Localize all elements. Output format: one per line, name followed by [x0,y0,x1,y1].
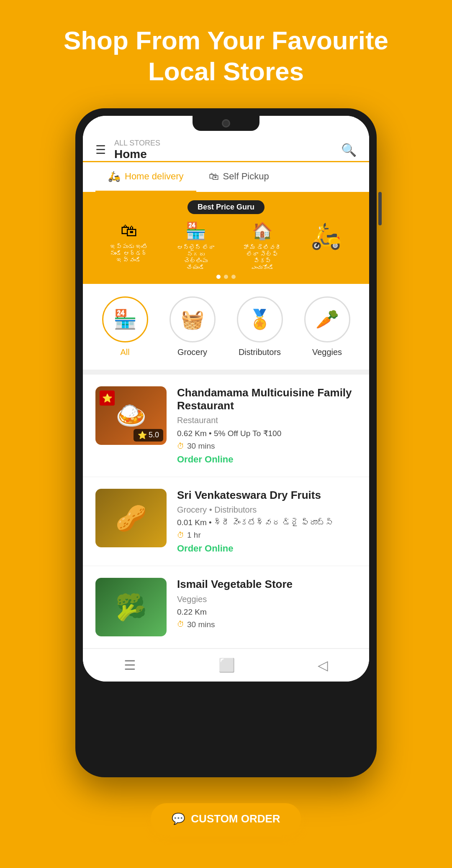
store-time-1: ⏱ 30 mins [177,442,357,451]
phone-screen: ☰ ALL STORES Home 🔍 🛵 Home delivery 🛍 Se… [83,116,369,682]
custom-order-label: CUSTOM ORDER [191,812,280,825]
store-type-1: Restaurant [177,416,357,425]
rating-value-1: 5.0 [149,431,159,439]
custom-order-button[interactable]: 💬 CUSTOM ORDER [151,803,301,835]
store-list: 🍛 ⭐ ⭐ 5.0 Chandamama Multicuisine Family… [83,375,369,649]
category-veggies-circle: 🥕 [304,296,350,342]
phone-frame: ☰ ALL STORES Home 🔍 🛵 Home delivery 🛍 Se… [75,108,377,777]
tab-self-pickup[interactable]: 🛍 Self Pickup [196,162,282,192]
self-pickup-label: Self Pickup [223,171,269,182]
categories-row: 🏪 All 🧺 Grocery 🏅 Distributors 🥕 Veggies [83,284,369,370]
store-name-1: Chandamama Multicuisine Family Restauran… [177,386,357,412]
home-delivery-label: Home delivery [125,171,184,182]
tab-home-delivery[interactable]: 🛵 Home delivery [95,162,196,192]
store-card-2[interactable]: 🥜 Sri Venkateswara Dry Fruits Grocery • … [83,477,369,566]
phone-camera [222,119,230,128]
phone-side-button [378,192,382,225]
custom-order-icon: 💬 [172,812,185,825]
clock-icon-3: ⏱ [177,620,185,629]
home-delivery-icon: 🛵 [108,171,121,182]
dot-3 [231,275,236,279]
store-image-2: 🥜 [95,489,167,547]
store-name-3: Ismail Vegetable Store [177,578,357,591]
search-icon[interactable]: 🔍 [341,143,357,157]
banner-brand: Best Price Guru [187,200,265,214]
banner-step-3: 🏠 హోమ్ డెలివరీ లేదా సెల్ఫ్ పికప్ ఎంచుకోం… [244,221,281,271]
time-value-1: 30 mins [187,442,215,451]
promo-banner: Best Price Guru 🛍 ఇప్పుడు ఇంటి నుండి ఆర్… [83,192,369,284]
category-veggies-label: Veggies [312,347,342,357]
store-time-3: ⏱ 30 mins [177,620,357,629]
time-value-2: 1 hr [187,531,201,540]
home-label: Home [114,148,160,161]
store-info-3: Ismail Vegetable Store Veggies 0.22 Km ⏱… [177,578,357,636]
star-icon-1: ⭐ [138,431,147,440]
banner-step-scooter: 🛵 [311,221,342,251]
store-image-1: 🍛 ⭐ ⭐ 5.0 [95,386,167,445]
clock-icon-1: ⏱ [177,442,185,451]
store-time-2: ⏱ 1 hr [177,531,357,540]
store-action-2[interactable]: Order Online [177,543,357,554]
phone-notch [193,116,259,131]
store-img-bg-3: 🥦 [95,578,167,636]
header-title-block: ALL STORES Home [114,139,160,161]
category-distributors-label: Distributors [239,347,281,357]
category-grocery[interactable]: 🧺 Grocery [170,296,216,357]
banner-dots [216,275,236,279]
category-all-circle: 🏪 [102,296,148,342]
dot-2 [224,275,228,279]
store-card-3[interactable]: 🥦 Ismail Vegetable Store Veggies 0.22 Km… [83,566,369,648]
category-distributors[interactable]: 🏅 Distributors [237,296,283,357]
banner-step-2: 🏪 ఆన్‌లైన్ లేదా నగదు చెల్లింపు చేయండి [177,221,215,271]
category-grocery-circle: 🧺 [170,296,216,342]
store-img-bg-2: 🥜 [95,489,167,547]
time-value-3: 30 mins [187,620,215,629]
banner-step-3-icon: 🏠 [252,221,273,241]
banner-steps: 🛍 ఇప్పుడు ఇంటి నుండి ఆర్డర్ ఇవ్వండి 🏪 ఆన… [95,221,357,271]
category-distributors-circle: 🏅 [237,296,283,342]
store-badge-1: ⭐ [100,391,115,406]
all-stores-label: ALL STORES [114,139,160,148]
category-all[interactable]: 🏪 All [102,296,148,357]
bottom-nav-back[interactable]: ◁ [318,657,328,673]
screen-content: ☰ ALL STORES Home 🔍 🛵 Home delivery 🛍 Se… [83,116,369,682]
store-info-1: Chandamama Multicuisine Family Restauran… [177,386,357,465]
category-all-label: All [120,347,129,357]
bottom-nav-menu[interactable]: ☰ [124,657,136,673]
scooter-icon: 🛵 [311,221,342,251]
dot-1 [216,275,221,279]
store-meta-2: 0.01 Km • శ్రీ వెంకటేశ్వర డ్రై ఫ్రూట్స్ [177,518,357,527]
self-pickup-icon: 🛍 [209,171,219,182]
section-divider [83,370,369,375]
banner-step-2-text: ఆన్‌లైన్ లేదా నగదు చెల్లింపు చేయండి [177,244,215,271]
delivery-tabs: 🛵 Home delivery 🛍 Self Pickup [83,162,369,192]
store-type-3: Veggies [177,595,357,604]
banner-step-3-text: హోమ్ డెలివరీ లేదా సెల్ఫ్ పికప్ ఎంచుకోండి [244,244,281,271]
store-rating-1: ⭐ 5.0 [134,429,163,442]
bottom-nav: ☰ ⬜ ◁ [83,648,369,682]
banner-step-1-text: ఇప్పుడు ఇంటి నుండి ఆర్డర్ ఇవ్వండి [110,243,148,263]
category-grocery-label: Grocery [177,347,207,357]
store-meta-3: 0.22 Km [177,608,357,617]
store-card-1[interactable]: 🍛 ⭐ ⭐ 5.0 Chandamama Multicuisine Family… [83,375,369,477]
banner-step-1-icon: 🛍 [121,221,137,240]
banner-step-2-icon: 🏪 [185,221,206,241]
header-left: ☰ ALL STORES Home [95,139,160,161]
store-type-2: Grocery • Distributors [177,505,357,515]
bottom-nav-home[interactable]: ⬜ [218,657,235,673]
store-meta-1: 0.62 Km • 5% Off Up To ₹100 [177,429,357,438]
banner-step-1: 🛍 ఇప్పుడు ఇంటి నుండి ఆర్డర్ ఇవ్వండి [110,221,148,263]
store-action-1[interactable]: Order Online [177,454,357,465]
clock-icon-2: ⏱ [177,531,185,540]
store-info-2: Sri Venkateswara Dry Fruits Grocery • Di… [177,489,357,554]
category-veggies[interactable]: 🥕 Veggies [304,296,350,357]
store-image-3: 🥦 [95,578,167,636]
hero-title: Shop From Your Favourite Local Stores [0,0,452,108]
menu-icon[interactable]: ☰ [95,143,106,157]
store-name-2: Sri Venkateswara Dry Fruits [177,489,357,502]
